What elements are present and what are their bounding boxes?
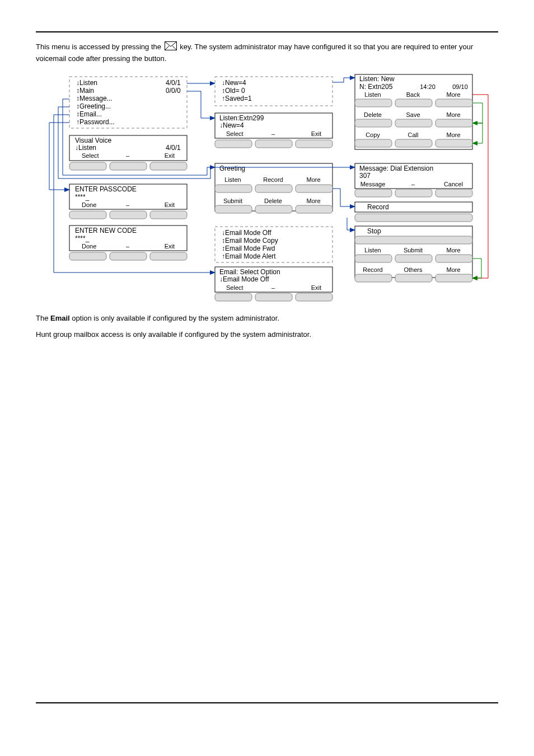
svg-rect-109 <box>395 189 432 197</box>
svg-text:Listen: Listen <box>364 247 381 253</box>
svg-text:Done: Done <box>82 243 96 250</box>
svg-rect-63 <box>255 205 292 213</box>
svg-text:Exit: Exit <box>165 152 175 159</box>
svg-text:Stop: Stop <box>367 227 381 235</box>
svg-text:Listen: Listen <box>364 91 381 98</box>
svg-rect-56 <box>215 185 252 192</box>
svg-text:↓New=4: ↓New=4 <box>219 121 244 129</box>
svg-text:↑Saved=1: ↑Saved=1 <box>222 95 252 102</box>
svg-text:Message: Message <box>360 181 386 187</box>
svg-text:Done: Done <box>82 201 96 208</box>
svg-rect-50 <box>296 140 332 148</box>
svg-rect-126 <box>355 274 392 282</box>
svg-text:Select: Select <box>226 284 243 291</box>
svg-text:–: – <box>126 152 130 159</box>
svg-text:Delete: Delete <box>364 111 382 118</box>
svg-text:–: – <box>126 201 130 208</box>
svg-text:4/0/1: 4/0/1 <box>166 144 181 152</box>
svg-rect-48 <box>215 140 252 148</box>
svg-rect-120 <box>355 255 392 262</box>
svg-text:****_: ****_ <box>75 193 90 201</box>
svg-text:Exit: Exit <box>165 201 175 208</box>
svg-rect-36 <box>110 252 147 260</box>
svg-text:–: – <box>411 181 415 187</box>
svg-rect-37 <box>150 252 187 260</box>
svg-text:↓Listen: ↓Listen <box>76 79 97 87</box>
svg-rect-49 <box>255 140 292 148</box>
svg-text:Listen: Listen <box>224 176 241 183</box>
svg-rect-28 <box>150 211 187 219</box>
svg-rect-128 <box>435 274 472 282</box>
svg-text:↕Old= 0: ↕Old= 0 <box>222 87 245 95</box>
svg-text:Submit: Submit <box>404 247 423 253</box>
svg-text:↕Message...: ↕Message... <box>76 95 113 102</box>
svg-text:Submit: Submit <box>223 198 242 204</box>
intro-text: This menu is accessed by pressing the ke… <box>36 41 498 64</box>
svg-text:↑Email Mode Alert: ↑Email Mode Alert <box>222 252 276 260</box>
svg-text:Cancel: Cancel <box>444 181 463 187</box>
svg-rect-121 <box>395 255 432 262</box>
svg-rect-89 <box>435 99 472 107</box>
svg-text:↑Password...: ↑Password... <box>76 118 115 126</box>
svg-rect-100 <box>395 139 432 147</box>
svg-rect-116 <box>355 236 472 244</box>
svg-rect-110 <box>435 189 472 197</box>
svg-text:↕Greeting...: ↕Greeting... <box>76 102 111 110</box>
svg-text:–: – <box>271 284 275 291</box>
svg-rect-99 <box>355 139 392 147</box>
svg-text:↕Email...: ↕Email... <box>76 110 102 118</box>
svg-text:Email: Select Option: Email: Select Option <box>219 268 280 276</box>
svg-text:Select: Select <box>226 130 243 137</box>
svg-text:Exit: Exit <box>165 243 175 250</box>
svg-text:Message: Dial Extension: Message: Dial Extension <box>359 165 433 172</box>
huntgroup-note: Hunt group mailbox access is only availa… <box>36 330 498 339</box>
svg-rect-77 <box>255 293 292 301</box>
svg-text:More: More <box>446 91 460 98</box>
svg-text:Save: Save <box>406 111 420 118</box>
svg-text:–: – <box>271 130 275 137</box>
svg-text:Call: Call <box>408 132 419 138</box>
intro-before: This menu is accessed by pressing the <box>36 43 163 51</box>
svg-rect-35 <box>69 252 106 260</box>
svg-text:More: More <box>306 176 320 183</box>
svg-text:More: More <box>446 266 460 273</box>
svg-text:N: Extn205: N: Extn205 <box>359 83 393 91</box>
svg-rect-17 <box>69 162 106 170</box>
svg-text:More: More <box>446 132 460 138</box>
svg-text:Record: Record <box>363 266 382 273</box>
svg-text:09/10: 09/10 <box>452 83 468 90</box>
svg-rect-57 <box>255 185 292 192</box>
svg-text:↓New=4: ↓New=4 <box>222 79 246 87</box>
svg-text:4/0/1: 4/0/1 <box>166 79 181 87</box>
menu-diagram: ↓Listen4/0/1 ↕Main0/0/0 ↕Message... ↕Gre… <box>36 71 498 305</box>
svg-text:Visual Voice: Visual Voice <box>75 137 111 144</box>
svg-text:Exit: Exit <box>311 284 321 291</box>
svg-text:–: – <box>126 243 130 250</box>
svg-text:14:20: 14:20 <box>420 83 435 90</box>
svg-text:ENTER PASSCODE: ENTER PASSCODE <box>75 185 137 193</box>
svg-text:More: More <box>446 247 460 253</box>
svg-text:ENTER NEW CODE: ENTER NEW CODE <box>75 227 137 234</box>
svg-text:↓Email Mode Off: ↓Email Mode Off <box>222 229 271 237</box>
svg-text:Back: Back <box>406 91 420 98</box>
svg-rect-101 <box>435 139 472 147</box>
svg-text:↕Email Mode Fwd: ↕Email Mode Fwd <box>222 245 275 252</box>
svg-rect-127 <box>395 274 432 282</box>
svg-rect-108 <box>355 189 392 197</box>
svg-text:↓Listen: ↓Listen <box>75 144 96 152</box>
svg-text:0/0/0: 0/0/0 <box>166 87 181 95</box>
email-note: The Email option is only available if co… <box>36 314 498 322</box>
svg-rect-95 <box>435 119 472 127</box>
svg-text:****_: ****_ <box>75 234 90 242</box>
svg-text:Record: Record <box>367 203 389 211</box>
svg-text:307: 307 <box>359 172 371 180</box>
svg-text:↕Main: ↕Main <box>76 87 94 95</box>
svg-text:Copy: Copy <box>366 132 380 138</box>
svg-rect-18 <box>110 162 147 170</box>
svg-rect-26 <box>69 211 106 219</box>
svg-text:Greeting: Greeting <box>219 165 245 172</box>
svg-rect-88 <box>395 99 432 107</box>
svg-text:Others: Others <box>404 266 423 273</box>
svg-text:↕Email Mode Copy: ↕Email Mode Copy <box>222 237 278 245</box>
svg-rect-113 <box>355 214 472 222</box>
